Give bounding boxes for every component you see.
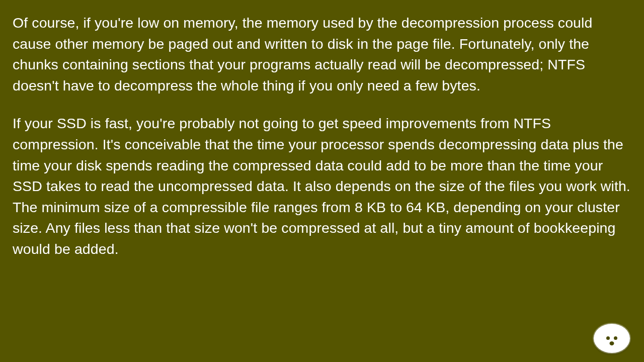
avatar-icon bbox=[594, 324, 630, 353]
body-paragraph-1: Of course, if you're low on memory, the … bbox=[13, 13, 631, 96]
body-paragraph-2: If your SSD is fast, you're probably not… bbox=[13, 113, 631, 259]
